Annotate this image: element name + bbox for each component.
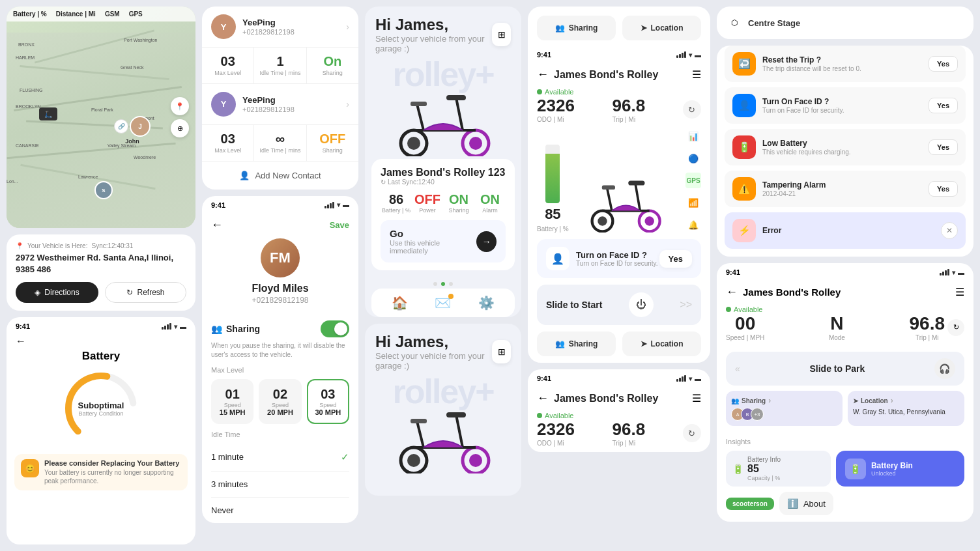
warning-desc: Your battery is currently no longer supp… [44, 468, 181, 485]
battery-title: Battery [7, 350, 195, 363]
idle-option-2[interactable]: 3 minutes [211, 472, 349, 498]
garage-menu-button[interactable]: ⊞ [492, 23, 511, 46]
home-nav-icon[interactable]: 🏠 [392, 295, 408, 311]
phone-icons-rolley-2: ▾ ▬ [676, 375, 701, 382]
battery-rolley-1: ▬ [695, 51, 701, 59]
map-label-bayshead: Lon... [7, 179, 18, 184]
sharing-toggle[interactable] [321, 320, 349, 337]
contact-avatar-1: Y [211, 14, 236, 39]
idle-time-value-2: ∞ [259, 132, 300, 147]
location-pin-button[interactable]: 📍 [171, 97, 189, 115]
battery-percent-1: 85 [545, 206, 560, 223]
scooter-image-2 [384, 402, 502, 473]
idle-option-3[interactable]: Never [211, 498, 349, 523]
sharing-header-button[interactable]: 👥 Sharing [537, 16, 616, 40]
notif-title-1: Reset the Trip ? [762, 55, 861, 64]
vehicle-info-card-1: James Bond's Rolley 123 ↻ Last Sync:12:4… [371, 159, 515, 270]
svg-point-22 [598, 216, 607, 225]
location-header-button[interactable]: ➤ Location [622, 16, 701, 40]
vstats-power-val-1: OFF [412, 192, 443, 207]
speed-option-3[interactable]: 03 Speed 30 MPH [307, 379, 349, 424]
face-id-yes-button-1[interactable]: Yes [659, 250, 692, 268]
crosshair-button[interactable]: ⊕ [171, 119, 189, 137]
menu-icon-rolley-2[interactable]: ☰ [692, 392, 701, 404]
back-arrow-ride[interactable]: ← [726, 285, 738, 299]
back-arrow-rolley-1[interactable]: ← [537, 68, 549, 81]
footer-row: scooterson ℹ️ About [726, 492, 964, 522]
garage-menu-button-2[interactable]: ⊞ [492, 340, 511, 363]
battery-bin-button[interactable]: 🔋 Battery Bin Unlocked [836, 451, 964, 487]
profile-name: Floyd Miles [252, 283, 308, 294]
trip-refresh-group: 96.8 Trip | Mi ↻ [910, 313, 965, 341]
svg-rect-19 [411, 419, 427, 423]
go-button-1[interactable]: Go Use this vehicle immediately → [381, 220, 506, 262]
hi-text-2: Hi James, [375, 333, 492, 351]
location-icon-1: ➤ [641, 339, 647, 348]
menu-icon-ride[interactable]: ☰ [955, 286, 964, 298]
map-label-port: Port Washington [124, 38, 158, 42]
mail-nav-icon[interactable]: ✉️ [435, 295, 451, 311]
wifi-ride: ▾ [952, 269, 955, 276]
sharing-label-group: 👥 Sharing [211, 324, 260, 334]
refresh-button-rolley-1[interactable]: ↻ [683, 100, 701, 119]
bluetooth-icon: 🔵 [685, 150, 701, 166]
add-contact-button[interactable]: 👤 Add New Contact [202, 162, 358, 190]
notif-yes-4[interactable]: Yes [929, 181, 958, 197]
vehicle-stats-1: 86 Battery | % OFF Power ON Sharing ON A… [381, 192, 506, 214]
ride-title: James Bond's Rolley [743, 287, 841, 298]
contact-item-2[interactable]: Y YeePing +021829812198 › [202, 84, 358, 125]
sharing-btn-label: Sharing [569, 23, 598, 33]
notif-left-3: 🔋 Low Battery This vehicle requires char… [732, 135, 851, 159]
sharing-label-1: Sharing [312, 70, 353, 77]
profile-avatar: FM [261, 238, 300, 277]
notif-yes-3[interactable]: Yes [929, 139, 958, 155]
trip-display: 96.8 Trip | Mi [910, 313, 945, 341]
close-error-button[interactable]: ✕ [941, 222, 958, 239]
sharing-btn-icon: 👥 [555, 23, 565, 33]
back-arrow-battery[interactable]: ← [7, 333, 195, 350]
map-card: Battery | % Distance | Mi GSM GPS [7, 7, 195, 228]
sharing-button-1[interactable]: 👥 Sharing [537, 332, 616, 356]
refresh-button-rolley-2[interactable]: ↻ [683, 424, 701, 442]
reset-trip-icon: ↩️ [732, 52, 756, 76]
about-item[interactable]: ℹ️ About [779, 492, 833, 515]
menu-icon-rolley-1[interactable]: ☰ [692, 68, 701, 81]
power-button-1[interactable]: ⏻ [629, 292, 654, 317]
scooter-battery-row-1: 85 Battery | % 📊 🔵 [528, 128, 710, 239]
contact-item-1[interactable]: Y YeePing +021829812198 › [202, 7, 358, 48]
face-id-title-1: Turn on Face ID ? [576, 250, 658, 260]
refresh-label: Refresh [137, 288, 164, 297]
back-arrow-rolley-2[interactable]: ← [537, 391, 549, 405]
notifications-card: ↩️ Reset the Trip ? The trip distance wi… [717, 46, 973, 257]
speed-option-1[interactable]: 01 Speed 15 MPH [211, 379, 253, 424]
scooter-map-icon: 🛴 [39, 107, 57, 120]
notif-yes-1[interactable]: Yes [929, 56, 958, 72]
other-avatar-marker: S [94, 181, 113, 199]
svg-line-18 [417, 421, 424, 447]
insights-items: 🔋 Battery Info 85 Capacity | % 🔋 Battery… [726, 451, 964, 487]
odo-value-1: 2326 [537, 96, 575, 116]
refresh-button[interactable]: ↻ Refresh [105, 282, 186, 303]
rolley-title-2: James Bond's Rolley [554, 393, 658, 404]
save-button[interactable]: Save [330, 220, 349, 230]
settings-nav-icon[interactable]: ⚙️ [478, 295, 495, 311]
distance-status: Distance | Mi [56, 10, 96, 18]
back-arrow-profile[interactable]: ← [211, 218, 223, 232]
location-actions: ◈ Directions ↻ Refresh [16, 282, 186, 303]
status-bar-rolley-2: 9:41 ▾ ▬ [528, 369, 710, 385]
speed-option-2[interactable]: 02 Speed 20 MPH [259, 379, 301, 424]
idle-option-1[interactable]: 1 minute ✓ [211, 444, 349, 472]
directions-button[interactable]: ◈ Directions [16, 282, 98, 303]
battery-rolley-2: ▬ [695, 375, 701, 382]
face-id-card-1: 👤 Turn on Face ID ? Turn on Face ID for … [537, 239, 701, 278]
max-level-section-label: Max Level [202, 366, 358, 379]
idle-time-label-2: Idle Time | mins [259, 147, 300, 154]
centre-stage-title: Centre Stage [748, 18, 800, 28]
vstats-battery-label-1: Battery | % [381, 207, 412, 214]
map-label-harlem: HARLEM [16, 55, 35, 60]
notif-yes-2[interactable]: Yes [929, 98, 958, 113]
slide-start-label-1: Slide to Start [546, 300, 602, 310]
trip-refresh-button[interactable]: ↻ [947, 319, 964, 336]
location-button-1[interactable]: ➤ Location [622, 332, 701, 356]
face-id-left-1: 👤 Turn on Face ID ? Turn on Face ID for … [546, 247, 658, 270]
